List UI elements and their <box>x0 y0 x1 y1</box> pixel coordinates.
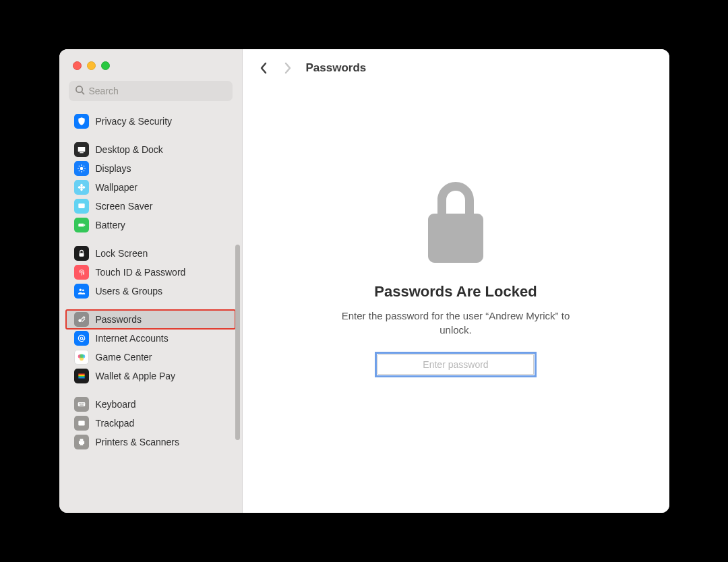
close-window-button[interactable] <box>73 61 82 70</box>
search-input[interactable] <box>89 86 226 96</box>
dock-icon <box>74 142 89 157</box>
zoom-window-button[interactable] <box>101 61 110 70</box>
svg-rect-32 <box>80 403 80 404</box>
search-icon <box>75 85 85 98</box>
svg-point-19 <box>82 289 84 291</box>
sidebar-item-keyboard[interactable]: Keyboard <box>69 395 233 414</box>
svg-rect-3 <box>80 152 84 153</box>
sidebar-item-label: Passwords <box>96 314 142 325</box>
lock-icon <box>74 246 89 261</box>
svg-rect-28 <box>78 376 84 377</box>
svg-rect-2 <box>78 147 85 152</box>
wallet-icon <box>74 369 89 383</box>
minimize-window-button[interactable] <box>87 61 96 70</box>
sidebar-item-internet-accounts[interactable]: Internet Accounts <box>69 329 233 348</box>
sidebar-item-label: Keyboard <box>96 399 136 410</box>
window-controls <box>59 49 242 70</box>
svg-point-18 <box>79 289 82 292</box>
sidebar-item-desktop-dock[interactable]: Desktop & Dock <box>69 140 233 159</box>
sidebar-item-touch-id[interactable]: Touch ID & Password <box>69 263 233 282</box>
users-icon <box>74 284 89 299</box>
svg-rect-29 <box>78 377 84 379</box>
back-button[interactable] <box>257 62 270 74</box>
sidebar-item-label: Desktop & Dock <box>96 144 163 155</box>
fingerprint-icon <box>74 265 89 280</box>
svg-rect-39 <box>80 439 83 441</box>
svg-rect-26 <box>78 374 84 375</box>
sidebar-item-game-center[interactable]: Game Center <box>69 348 233 367</box>
sidebar-item-label: Wallpaper <box>96 182 138 193</box>
sidebar-item-label: Battery <box>96 220 125 230</box>
sidebar-item-displays[interactable]: Displays <box>69 159 233 178</box>
svg-rect-30 <box>78 402 85 406</box>
sidebar-item-label: Printers & Scanners <box>96 437 180 447</box>
svg-rect-35 <box>83 403 84 404</box>
forward-button[interactable] <box>282 62 294 74</box>
svg-rect-31 <box>78 403 79 404</box>
svg-point-25 <box>80 354 84 358</box>
svg-rect-33 <box>81 403 82 404</box>
sidebar-item-printers-scanners[interactable]: Printers & Scanners <box>69 433 233 451</box>
page-title: Passwords <box>306 61 367 75</box>
sidebar-item-screen-saver[interactable]: Screen Saver <box>69 197 233 216</box>
sidebar-item-label: Users & Groups <box>96 286 163 296</box>
content-header: Passwords <box>243 49 669 84</box>
svg-rect-17 <box>79 253 84 256</box>
svg-rect-15 <box>78 224 84 227</box>
sidebar-item-label: Internet Accounts <box>96 333 169 344</box>
svg-rect-36 <box>80 405 84 406</box>
svg-rect-37 <box>78 421 84 426</box>
main-panel: Passwords Passwords Are Locked Enter the… <box>243 49 669 513</box>
at-icon <box>74 331 89 346</box>
sidebar-item-lock-screen[interactable]: Lock Screen <box>69 244 233 263</box>
sidebar-list[interactable]: Privacy & Security Desktop & Dock Displa… <box>59 106 242 513</box>
sidebar-item-privacy-security[interactable]: Privacy & Security <box>69 112 233 131</box>
settings-window: Privacy & Security Desktop & Dock Displa… <box>59 49 669 513</box>
trackpad-icon <box>74 416 89 431</box>
svg-point-0 <box>75 86 82 92</box>
sidebar-item-label: Touch ID & Password <box>96 267 186 278</box>
key-icon <box>74 312 89 327</box>
game-center-icon <box>74 350 89 365</box>
printer-icon <box>74 435 89 449</box>
sidebar-item-battery[interactable]: Battery <box>69 216 233 235</box>
sidebar-item-label: Displays <box>96 163 131 174</box>
keyboard-icon <box>74 397 89 412</box>
svg-rect-27 <box>78 375 84 376</box>
svg-rect-34 <box>82 403 83 404</box>
locked-title: Passwords Are Locked <box>374 283 537 301</box>
sidebar-item-label: Trackpad <box>96 418 135 429</box>
sidebar-item-trackpad[interactable]: Trackpad <box>69 414 233 433</box>
svg-line-1 <box>82 92 84 94</box>
sidebar-item-label: Lock Screen <box>96 248 148 259</box>
lock-large-icon <box>423 182 488 266</box>
locked-panel: Passwords Are Locked Enter the password … <box>243 84 669 513</box>
svg-line-11 <box>78 170 79 171</box>
svg-rect-16 <box>84 224 85 226</box>
locked-message: Enter the password for the user “Andrew … <box>341 309 570 337</box>
search-field[interactable] <box>69 81 233 101</box>
sidebar-scrollbar[interactable] <box>235 245 240 440</box>
battery-icon <box>74 218 89 232</box>
sidebar-item-label: Game Center <box>96 352 152 363</box>
sidebar-item-label: Wallet & Apple Pay <box>96 371 176 381</box>
password-input[interactable] <box>377 354 534 375</box>
sidebar-item-wallpaper[interactable]: Wallpaper <box>69 178 233 197</box>
sidebar-item-passwords[interactable]: Passwords <box>66 310 235 329</box>
svg-line-9 <box>78 166 79 166</box>
svg-line-12 <box>83 166 84 166</box>
sidebar-item-label: Privacy & Security <box>96 116 173 127</box>
sidebar-item-users-groups[interactable]: Users & Groups <box>69 282 233 301</box>
sidebar-item-wallet-apple-pay[interactable]: Wallet & Apple Pay <box>69 367 233 385</box>
flower-icon <box>74 180 89 195</box>
svg-line-10 <box>83 170 84 171</box>
screensaver-icon <box>74 199 89 214</box>
sun-icon <box>74 161 89 176</box>
svg-point-4 <box>80 167 83 170</box>
sidebar-item-label: Screen Saver <box>96 201 153 212</box>
svg-rect-40 <box>80 443 83 445</box>
sidebar: Privacy & Security Desktop & Dock Displa… <box>59 49 243 513</box>
hand-icon <box>74 114 89 129</box>
svg-rect-14 <box>78 204 84 208</box>
svg-point-20 <box>78 319 82 322</box>
